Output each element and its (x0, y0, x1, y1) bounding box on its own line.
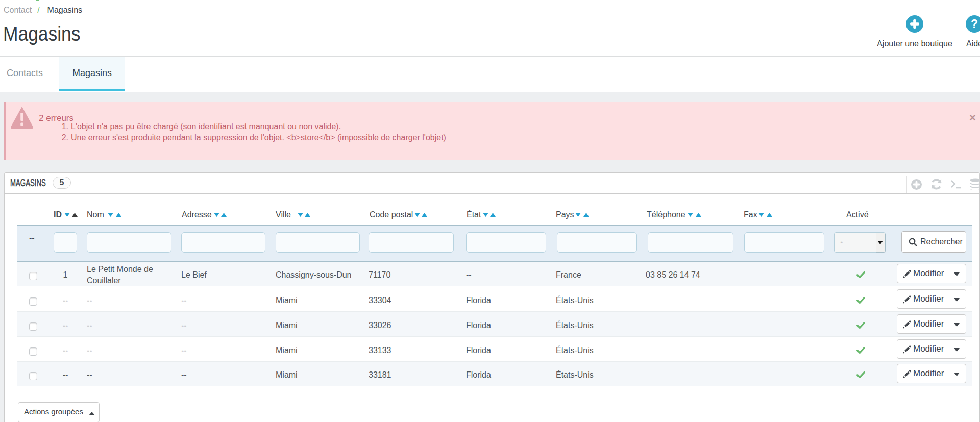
svg-text:?: ? (971, 17, 978, 31)
